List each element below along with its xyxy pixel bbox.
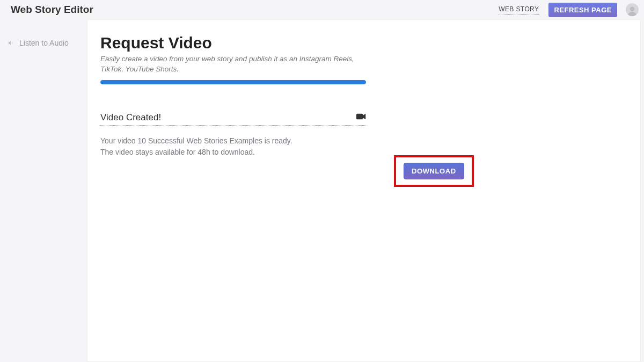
download-button[interactable]: DOWNLOAD	[404, 163, 464, 179]
page-subtitle: Easily create a video from your web stor…	[100, 54, 358, 75]
body-row: Listen to Audio Request Video Easily cre…	[0, 19, 644, 362]
main-panel: Request Video Easily create a video from…	[87, 19, 641, 362]
app-title: Web Story Editor	[11, 4, 93, 16]
page-title: Request Video	[100, 34, 627, 52]
section-header: Video Created!	[100, 112, 366, 126]
refresh-page-button[interactable]: REFRESH PAGE	[548, 3, 617, 17]
sidebar-item-label: Listen to Audio	[19, 39, 69, 47]
progress-fill	[100, 80, 366, 84]
sidebar: Listen to Audio	[0, 19, 87, 362]
video-camera-icon	[356, 113, 366, 122]
status-line-2: The video stays available for 48h to dow…	[100, 147, 627, 158]
top-bar: Web Story Editor WEB STORY REFRESH PAGE	[0, 0, 644, 19]
avatar[interactable]	[626, 3, 639, 16]
download-highlight-box: DOWNLOAD	[394, 155, 474, 187]
status-text: Your video 10 Successful Web Stories Exa…	[100, 135, 627, 158]
web-story-link[interactable]: WEB STORY	[499, 5, 539, 15]
user-icon	[627, 5, 638, 16]
section-title: Video Created!	[100, 112, 356, 123]
status-line-1: Your video 10 Successful Web Stories Exa…	[100, 135, 627, 147]
speaker-icon	[8, 39, 16, 47]
sidebar-item-listen-audio[interactable]: Listen to Audio	[0, 35, 87, 50]
progress-bar	[100, 80, 366, 84]
svg-rect-1	[356, 114, 363, 120]
svg-point-0	[630, 7, 634, 11]
